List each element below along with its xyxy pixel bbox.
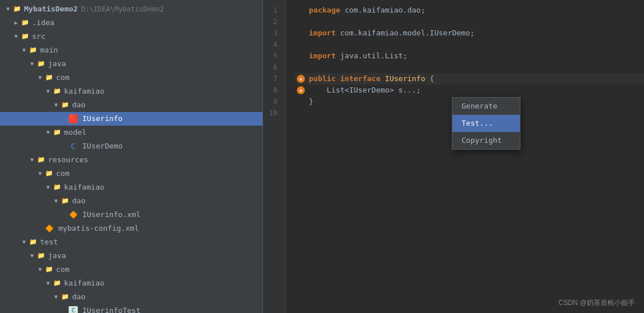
folder-icon-main: 📁 bbox=[29, 46, 38, 55]
tree-java[interactable]: ▼ 📁 java bbox=[0, 57, 263, 71]
dao2-label: dao bbox=[72, 195, 85, 207]
tree-dao[interactable]: ▼ 📁 dao bbox=[0, 98, 263, 112]
class-icon-iuserdemo: C bbox=[69, 142, 78, 151]
code-line-4 bbox=[295, 39, 644, 50]
gutter-3 bbox=[295, 27, 307, 39]
code-editor: 1 2 3 4 5 6 7 8 9 10 package com.kaifami… bbox=[263, 0, 644, 313]
arrow-kaifamiao3: ▼ bbox=[45, 280, 51, 287]
folder-icon-java: 📁 bbox=[37, 59, 46, 69]
code-space bbox=[340, 5, 345, 16]
ellipsis: ... bbox=[403, 85, 416, 96]
arrow-resources: ▼ bbox=[29, 156, 35, 163]
semi-3: ; bbox=[470, 27, 475, 39]
context-menu-test[interactable]: Test... bbox=[452, 115, 520, 132]
arrow-com: ▼ bbox=[37, 74, 43, 81]
code-line-7: m public interface IUserinfo { bbox=[295, 73, 644, 85]
tree-dao3[interactable]: ▼ 📁 dao bbox=[0, 290, 263, 304]
code-line-5: import java.util.List ; bbox=[295, 50, 644, 62]
watermark-text: CSDN @奶茶质检小能手 bbox=[558, 299, 635, 307]
tree-com3[interactable]: ▼ 📁 com bbox=[0, 263, 263, 276]
space-7b bbox=[380, 73, 385, 85]
semi-5: ; bbox=[403, 50, 407, 62]
gutter-5 bbox=[295, 50, 307, 62]
list-type: List<IUserDemo> s bbox=[327, 85, 403, 96]
code-line-3: import com.kaifamiao.model.IUserDemo ; bbox=[295, 27, 644, 39]
classname-iuserinfo: IUserinfo bbox=[385, 73, 425, 85]
code-line-2 bbox=[295, 16, 644, 27]
mybatis-icon-7: m bbox=[297, 75, 305, 83]
tree-java2[interactable]: ▼ 📁 java bbox=[0, 249, 263, 263]
arrow-com2: ▼ bbox=[37, 170, 43, 177]
folder-icon-model: 📁 bbox=[53, 128, 62, 137]
line-num-3: 3 bbox=[263, 27, 282, 39]
arrow-iuserinfo-xml bbox=[61, 211, 67, 218]
tree-iuserinfo-xml[interactable]: 🔶 IUserinfo.xml bbox=[0, 208, 263, 222]
arrow-dao3: ▼ bbox=[53, 294, 59, 300]
tree-main[interactable]: ▼ 📁 main bbox=[0, 43, 263, 57]
import-2: java.util.List bbox=[340, 50, 403, 62]
java2-label: java bbox=[48, 250, 66, 262]
kw-import2: import bbox=[309, 50, 336, 62]
arrow-kaifamiao: ▼ bbox=[45, 88, 51, 95]
tree-resources[interactable]: ▼ 📁 resources bbox=[0, 153, 263, 167]
main-label: main bbox=[40, 45, 58, 56]
tree-iuserinfotest[interactable]: C IUserinfoTest bbox=[0, 304, 263, 313]
kaifamiao3-label: kaifamiao bbox=[64, 278, 104, 289]
line-num-5: 5 bbox=[263, 50, 282, 62]
import-1: com.kaifamiao.model.IUserDemo bbox=[340, 27, 470, 39]
tree-com[interactable]: ▼ 📁 com bbox=[0, 71, 263, 85]
arrow-java2: ▼ bbox=[29, 252, 35, 259]
tree-iuserdemo[interactable]: C IUserDemo bbox=[0, 139, 263, 153]
iuserinfotest-label: IUserinfoTest bbox=[82, 305, 141, 313]
arrow-main: ▼ bbox=[21, 47, 27, 54]
tree-dao2[interactable]: ▼ 📁 dao bbox=[0, 194, 263, 208]
kw-import1: import bbox=[309, 27, 336, 39]
line-num-1: 1 bbox=[263, 5, 282, 16]
tree-kaifamiao2[interactable]: ▼ 📁 kaifamiao bbox=[0, 180, 263, 194]
folder-icon-com3: 📁 bbox=[45, 265, 54, 274]
java-label: java bbox=[48, 58, 66, 70]
tree-kaifamiao3[interactable]: ▼ 📁 kaifamiao bbox=[0, 276, 263, 290]
kaifamiao2-label: kaifamiao bbox=[64, 182, 104, 193]
folder-icon-com: 📁 bbox=[45, 73, 54, 82]
line-num-8: 8 bbox=[263, 85, 282, 96]
tree-kaifamiao[interactable]: ▼ 📁 kaifamiao bbox=[0, 85, 263, 98]
gutter-7: m bbox=[295, 73, 307, 85]
tree-idea[interactable]: ▶ 📁 .idea bbox=[0, 16, 263, 30]
tree-root[interactable]: ▼ 📁 MybatisDemo2 D:\IDEA\MybatisDemo2 bbox=[0, 2, 263, 16]
arrow-root: ▼ bbox=[5, 6, 11, 13]
tree-mybatis-config[interactable]: 🔶 mybatis-config.xml bbox=[0, 222, 263, 235]
idea-label: .idea bbox=[32, 17, 54, 29]
file-tree[interactable]: ▼ 📁 MybatisDemo2 D:\IDEA\MybatisDemo2 ▶ … bbox=[0, 0, 263, 313]
context-menu-copyright[interactable]: Copyright bbox=[452, 132, 520, 149]
gutter-8: m bbox=[295, 85, 307, 96]
gutter-6 bbox=[295, 62, 307, 73]
tree-iuserinfo[interactable]: 🔴 IUserinfo bbox=[0, 112, 263, 126]
pkg-1: com.kaifamiao.dao bbox=[345, 5, 421, 16]
arrow-iuserinfo bbox=[61, 115, 67, 122]
arrow-com3: ▼ bbox=[37, 266, 43, 273]
gutter-2 bbox=[295, 16, 307, 27]
com2-label: com bbox=[56, 168, 69, 179]
folder-icon-dao3: 📁 bbox=[61, 292, 70, 302]
arrow-kaifamiao2: ▼ bbox=[45, 184, 51, 191]
project-icon: 📁 bbox=[13, 5, 22, 14]
line-numbers: 1 2 3 4 5 6 7 8 9 10 bbox=[263, 0, 286, 313]
semi-8: ; bbox=[416, 85, 421, 96]
context-menu-generate[interactable]: Generate bbox=[452, 98, 520, 115]
folder-icon-idea: 📁 bbox=[21, 18, 30, 27]
mybatis-icon-8: m bbox=[297, 86, 305, 94]
tree-src[interactable]: ▼ 📁 src bbox=[0, 30, 263, 43]
tree-com2[interactable]: ▼ 📁 com bbox=[0, 167, 263, 180]
code-line-1: package com.kaifamiao.dao ; bbox=[295, 5, 644, 16]
kw-public: public bbox=[309, 73, 336, 85]
tree-model[interactable]: ▼ 📁 model bbox=[0, 126, 263, 139]
code-content[interactable]: package com.kaifamiao.dao ; import com.k… bbox=[286, 0, 644, 313]
brace-close: } bbox=[309, 96, 313, 107]
context-menu[interactable]: Generate Test... Copyright bbox=[452, 97, 520, 150]
mybatis-config-label: mybatis-config.xml bbox=[58, 223, 139, 234]
line-num-10: 10 bbox=[263, 107, 282, 119]
arrow-idea: ▶ bbox=[13, 19, 19, 26]
code-line-8: m List<IUserDemo> s ... ; bbox=[295, 85, 644, 96]
tree-test[interactable]: ▼ 📁 test bbox=[0, 235, 263, 249]
